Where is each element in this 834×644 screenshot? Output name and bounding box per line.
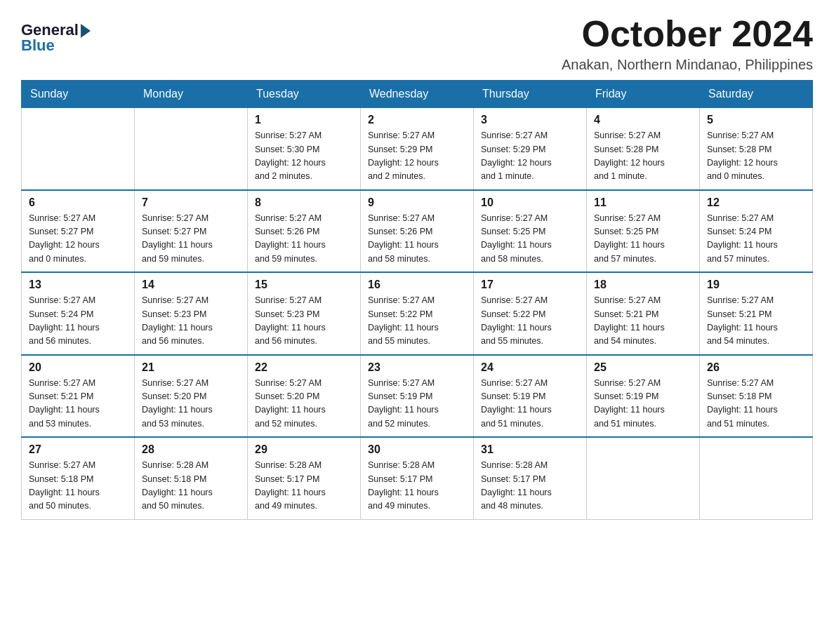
calendar-cell: 31Sunrise: 5:28 AM Sunset: 5:17 PM Dayli… — [474, 437, 587, 519]
page-header: General Blue October 2024 Anakan, Northe… — [21, 14, 813, 73]
calendar-cell: 17Sunrise: 5:27 AM Sunset: 5:22 PM Dayli… — [474, 272, 587, 355]
day-number: 18 — [594, 279, 692, 291]
calendar-cell: 28Sunrise: 5:28 AM Sunset: 5:18 PM Dayli… — [135, 437, 248, 519]
day-info: Sunrise: 5:27 AM Sunset: 5:18 PM Dayligh… — [707, 377, 805, 431]
calendar-table: SundayMondayTuesdayWednesdayThursdayFrid… — [21, 80, 813, 520]
day-number: 13 — [29, 279, 127, 291]
day-number: 7 — [142, 196, 240, 209]
day-number: 23 — [368, 361, 466, 374]
day-info: Sunrise: 5:27 AM Sunset: 5:26 PM Dayligh… — [255, 212, 353, 267]
calendar-cell: 1Sunrise: 5:27 AM Sunset: 5:30 PM Daylig… — [248, 108, 361, 190]
day-info: Sunrise: 5:28 AM Sunset: 5:17 PM Dayligh… — [481, 459, 579, 514]
calendar-cell: 16Sunrise: 5:27 AM Sunset: 5:22 PM Dayli… — [361, 272, 474, 355]
day-info: Sunrise: 5:27 AM Sunset: 5:19 PM Dayligh… — [368, 377, 466, 431]
day-info: Sunrise: 5:27 AM Sunset: 5:27 PM Dayligh… — [142, 212, 240, 267]
day-number: 26 — [707, 361, 805, 374]
day-info: Sunrise: 5:27 AM Sunset: 5:27 PM Dayligh… — [29, 212, 127, 267]
day-number: 22 — [255, 361, 353, 374]
day-number: 8 — [255, 196, 353, 209]
calendar-cell: 22Sunrise: 5:27 AM Sunset: 5:20 PM Dayli… — [248, 355, 361, 438]
calendar-cell: 11Sunrise: 5:27 AM Sunset: 5:25 PM Dayli… — [587, 190, 700, 273]
calendar-cell — [700, 437, 813, 519]
calendar-cell — [22, 108, 135, 190]
day-info: Sunrise: 5:28 AM Sunset: 5:17 PM Dayligh… — [255, 459, 353, 514]
day-info: Sunrise: 5:27 AM Sunset: 5:29 PM Dayligh… — [481, 129, 579, 184]
calendar-week-4: 20Sunrise: 5:27 AM Sunset: 5:21 PM Dayli… — [22, 355, 813, 438]
day-info: Sunrise: 5:27 AM Sunset: 5:28 PM Dayligh… — [707, 129, 805, 184]
day-info: Sunrise: 5:27 AM Sunset: 5:20 PM Dayligh… — [142, 377, 240, 431]
calendar-cell — [587, 437, 700, 519]
day-info: Sunrise: 5:27 AM Sunset: 5:24 PM Dayligh… — [29, 294, 127, 349]
column-header-thursday: Thursday — [474, 81, 587, 108]
day-number: 1 — [255, 114, 353, 126]
day-number: 6 — [29, 196, 127, 209]
calendar-cell: 24Sunrise: 5:27 AM Sunset: 5:19 PM Dayli… — [474, 355, 587, 438]
calendar-week-1: 1Sunrise: 5:27 AM Sunset: 5:30 PM Daylig… — [22, 108, 813, 190]
day-number: 14 — [142, 279, 240, 291]
day-number: 21 — [142, 361, 240, 374]
day-number: 19 — [707, 279, 805, 291]
day-number: 2 — [368, 114, 466, 126]
day-number: 27 — [29, 443, 127, 456]
logo-blue-text: Blue — [21, 36, 55, 55]
calendar-cell: 5Sunrise: 5:27 AM Sunset: 5:28 PM Daylig… — [700, 108, 813, 190]
day-number: 28 — [142, 443, 240, 456]
calendar-cell: 25Sunrise: 5:27 AM Sunset: 5:19 PM Dayli… — [587, 355, 700, 438]
day-number: 9 — [368, 196, 466, 209]
calendar-cell: 29Sunrise: 5:28 AM Sunset: 5:17 PM Dayli… — [248, 437, 361, 519]
calendar-week-5: 27Sunrise: 5:27 AM Sunset: 5:18 PM Dayli… — [22, 437, 813, 519]
calendar-cell: 8Sunrise: 5:27 AM Sunset: 5:26 PM Daylig… — [248, 190, 361, 273]
day-info: Sunrise: 5:27 AM Sunset: 5:25 PM Dayligh… — [481, 212, 579, 267]
calendar-cell: 27Sunrise: 5:27 AM Sunset: 5:18 PM Dayli… — [22, 437, 135, 519]
day-info: Sunrise: 5:27 AM Sunset: 5:28 PM Dayligh… — [594, 129, 692, 184]
column-header-monday: Monday — [135, 81, 248, 108]
day-info: Sunrise: 5:27 AM Sunset: 5:22 PM Dayligh… — [368, 294, 466, 349]
calendar-cell: 20Sunrise: 5:27 AM Sunset: 5:21 PM Dayli… — [22, 355, 135, 438]
day-info: Sunrise: 5:27 AM Sunset: 5:19 PM Dayligh… — [481, 377, 579, 431]
day-info: Sunrise: 5:27 AM Sunset: 5:18 PM Dayligh… — [29, 459, 127, 514]
logo-arrow-icon — [81, 24, 91, 38]
calendar-cell: 7Sunrise: 5:27 AM Sunset: 5:27 PM Daylig… — [135, 190, 248, 273]
day-number: 17 — [481, 279, 579, 291]
day-number: 5 — [707, 114, 805, 126]
calendar-cell: 9Sunrise: 5:27 AM Sunset: 5:26 PM Daylig… — [361, 190, 474, 273]
location-title: Anakan, Northern Mindanao, Philippines — [562, 57, 813, 73]
day-number: 12 — [707, 196, 805, 209]
day-info: Sunrise: 5:27 AM Sunset: 5:21 PM Dayligh… — [594, 294, 692, 349]
day-info: Sunrise: 5:27 AM Sunset: 5:30 PM Dayligh… — [255, 129, 353, 184]
day-number: 29 — [255, 443, 353, 456]
day-number: 15 — [255, 279, 353, 291]
column-header-friday: Friday — [587, 81, 700, 108]
calendar-cell: 23Sunrise: 5:27 AM Sunset: 5:19 PM Dayli… — [361, 355, 474, 438]
day-info: Sunrise: 5:27 AM Sunset: 5:21 PM Dayligh… — [707, 294, 805, 349]
calendar-cell: 3Sunrise: 5:27 AM Sunset: 5:29 PM Daylig… — [474, 108, 587, 190]
calendar-cell — [135, 108, 248, 190]
calendar-cell: 21Sunrise: 5:27 AM Sunset: 5:20 PM Dayli… — [135, 355, 248, 438]
calendar-week-3: 13Sunrise: 5:27 AM Sunset: 5:24 PM Dayli… — [22, 272, 813, 355]
calendar-cell: 6Sunrise: 5:27 AM Sunset: 5:27 PM Daylig… — [22, 190, 135, 273]
column-header-sunday: Sunday — [22, 81, 135, 108]
day-number: 10 — [481, 196, 579, 209]
calendar-cell: 15Sunrise: 5:27 AM Sunset: 5:23 PM Dayli… — [248, 272, 361, 355]
calendar-week-2: 6Sunrise: 5:27 AM Sunset: 5:27 PM Daylig… — [22, 190, 813, 273]
day-info: Sunrise: 5:27 AM Sunset: 5:19 PM Dayligh… — [594, 377, 692, 431]
day-info: Sunrise: 5:28 AM Sunset: 5:17 PM Dayligh… — [368, 459, 466, 514]
day-info: Sunrise: 5:27 AM Sunset: 5:25 PM Dayligh… — [594, 212, 692, 267]
column-header-saturday: Saturday — [700, 81, 813, 108]
month-title: October 2024 — [562, 14, 813, 54]
title-section: October 2024 Anakan, Northern Mindanao, … — [562, 14, 813, 73]
day-number: 24 — [481, 361, 579, 374]
day-info: Sunrise: 5:27 AM Sunset: 5:29 PM Dayligh… — [368, 129, 466, 184]
day-info: Sunrise: 5:28 AM Sunset: 5:18 PM Dayligh… — [142, 459, 240, 514]
day-number: 3 — [481, 114, 579, 126]
calendar-cell: 4Sunrise: 5:27 AM Sunset: 5:28 PM Daylig… — [587, 108, 700, 190]
calendar-cell: 13Sunrise: 5:27 AM Sunset: 5:24 PM Dayli… — [22, 272, 135, 355]
day-number: 20 — [29, 361, 127, 374]
day-info: Sunrise: 5:27 AM Sunset: 5:22 PM Dayligh… — [481, 294, 579, 349]
day-number: 30 — [368, 443, 466, 456]
column-header-tuesday: Tuesday — [248, 81, 361, 108]
day-number: 25 — [594, 361, 692, 374]
day-info: Sunrise: 5:27 AM Sunset: 5:20 PM Dayligh… — [255, 377, 353, 431]
day-number: 11 — [594, 196, 692, 209]
calendar-cell: 2Sunrise: 5:27 AM Sunset: 5:29 PM Daylig… — [361, 108, 474, 190]
